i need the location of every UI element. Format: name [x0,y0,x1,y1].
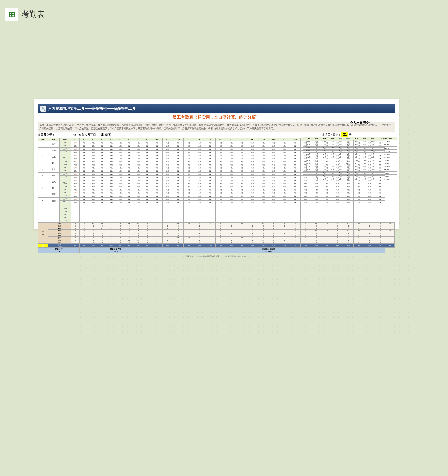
banner: 🔧 人力资源管理实用工具——薪酬福利——薪酬管理工具 [38,104,395,113]
workday-value: 21 [341,132,348,137]
stats-table: 出勤病假事假婚假丧假年假生育倒休加班个人本月出勤率19.5天.0天1.0天.0天… [303,137,397,181]
workday-row: 本月工作日为： 21 天 [322,132,352,137]
company: 北京未名湖管理顾问有限公司 [196,255,219,257]
today-date: 二O一八年八月三日 [71,133,96,137]
workday-label: 本月工作日为： [322,133,341,136]
excel-icon [5,8,18,21]
description: 说明：本员工考勤表可以用来记录一个月度内每位员工、每天的出勤明细情况，包括每位员… [38,122,395,132]
page-header: 考勤表 [0,0,448,29]
page-title: 考勤表 [21,9,45,20]
wrench-icon: 🔧 [40,106,46,112]
copyright-label: 版权所有： [186,255,195,257]
banner-text: 人力资源管理实用工具——薪酬福利——薪酬管理工具 [48,106,136,111]
brand: ◉ 未名潮 WEIMING WAVE [225,255,246,258]
sub-title: 员工考勤表（超实用，全自动计算、统计分析） [38,115,395,120]
footer: 版权所有： 北京未名湖管理顾问有限公司 ◉ 未名潮 WEIMING WAVE [38,255,395,258]
stats-title: 个人出勤统计 [350,120,370,125]
spreadsheet-card: 🔧 人力资源管理实用工具——薪酬福利——薪酬管理工具 员工考勤表（超实用，全自动… [34,99,399,229]
workday-unit: 天 [349,133,352,136]
today-dow: 星 期 五 [101,133,111,137]
today-label: 今天是公元： [38,133,55,137]
